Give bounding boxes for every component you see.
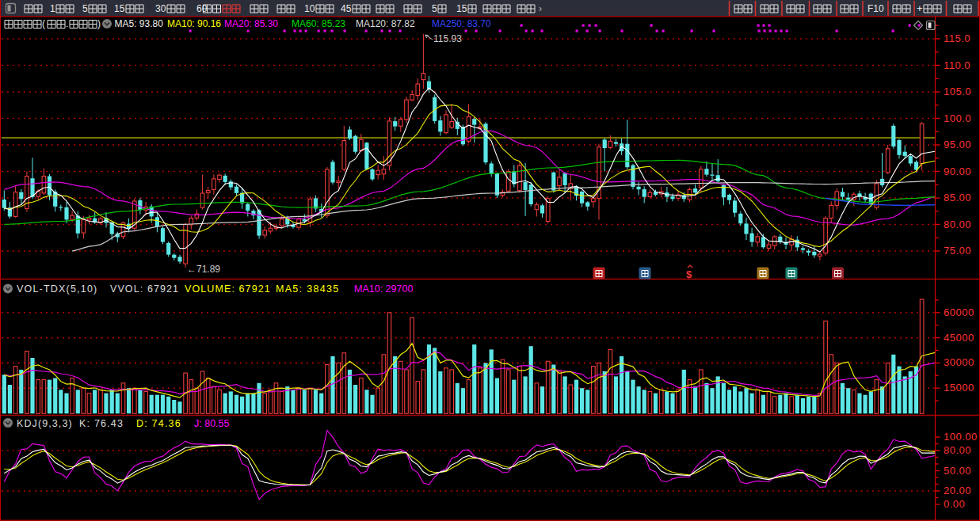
svg-text:115.93: 115.93 — [433, 33, 462, 44]
svg-text:KDJ(9,3,3): KDJ(9,3,3) — [17, 418, 73, 429]
svg-text:0.00: 0.00 — [944, 498, 965, 510]
svg-text:MA5: 38435: MA5: 38435 — [276, 283, 339, 295]
svg-text:115.0: 115.0 — [944, 32, 970, 44]
svg-text:): ) — [97, 18, 101, 29]
svg-text:45000: 45000 — [944, 332, 974, 344]
svg-text:VOLUME: 67921: VOLUME: 67921 — [185, 283, 271, 295]
svg-text:100.00: 100.00 — [944, 431, 978, 443]
svg-text:105.0: 105.0 — [944, 86, 971, 97]
svg-text:15: 15 — [114, 3, 125, 14]
svg-text:MA5: 93.80: MA5: 93.80 — [115, 18, 164, 29]
svg-text:95.00: 95.00 — [944, 139, 971, 150]
svg-text:MA10: 29700: MA10: 29700 — [354, 283, 413, 295]
svg-text:15: 15 — [456, 3, 467, 14]
svg-text:MA120: 87.82: MA120: 87.82 — [356, 18, 415, 29]
svg-text:15000: 15000 — [944, 382, 974, 394]
svg-text:100.0: 100.0 — [944, 112, 971, 124]
svg-text:(: ( — [42, 18, 45, 29]
svg-text:F10: F10 — [868, 3, 884, 14]
svg-text:45: 45 — [341, 3, 352, 14]
svg-text:+: + — [917, 2, 923, 14]
svg-text:20.00: 20.00 — [944, 485, 971, 496]
svg-text:$: $ — [686, 268, 692, 280]
svg-text:›: › — [539, 3, 542, 14]
svg-text:MA10: 90.16: MA10: 90.16 — [167, 18, 221, 29]
svg-text:10: 10 — [304, 3, 315, 14]
svg-text:←71.89: ←71.89 — [187, 264, 220, 275]
svg-text:5: 5 — [432, 3, 437, 14]
svg-text:30: 30 — [155, 3, 166, 14]
svg-text:30000: 30000 — [944, 356, 974, 368]
svg-text:5: 5 — [82, 3, 88, 14]
svg-text:80.00: 80.00 — [944, 444, 971, 456]
svg-text:80.00: 80.00 — [944, 219, 971, 230]
svg-text:90.00: 90.00 — [944, 165, 971, 177]
svg-text:VVOL: 67921: VVOL: 67921 — [110, 283, 179, 295]
svg-text:110.0: 110.0 — [944, 59, 970, 71]
svg-text:.: . — [66, 18, 68, 29]
svg-text:MA250: 83.70: MA250: 83.70 — [432, 18, 491, 29]
svg-text:75.00: 75.00 — [944, 245, 971, 257]
svg-text:50.00: 50.00 — [944, 465, 971, 477]
svg-text:1: 1 — [50, 3, 55, 14]
svg-text:D: 74.36: D: 74.36 — [136, 418, 181, 429]
svg-text:60000: 60000 — [944, 306, 974, 318]
svg-text:MA20: 85.30: MA20: 85.30 — [224, 18, 278, 29]
svg-text:J: 80.55: J: 80.55 — [194, 418, 230, 429]
svg-text:K: 76.43: K: 76.43 — [79, 418, 124, 429]
svg-text:85.00: 85.00 — [944, 192, 971, 203]
svg-text:MA60: 85.23: MA60: 85.23 — [292, 18, 345, 29]
svg-text:VOL-TDX(5,10): VOL-TDX(5,10) — [17, 283, 97, 295]
